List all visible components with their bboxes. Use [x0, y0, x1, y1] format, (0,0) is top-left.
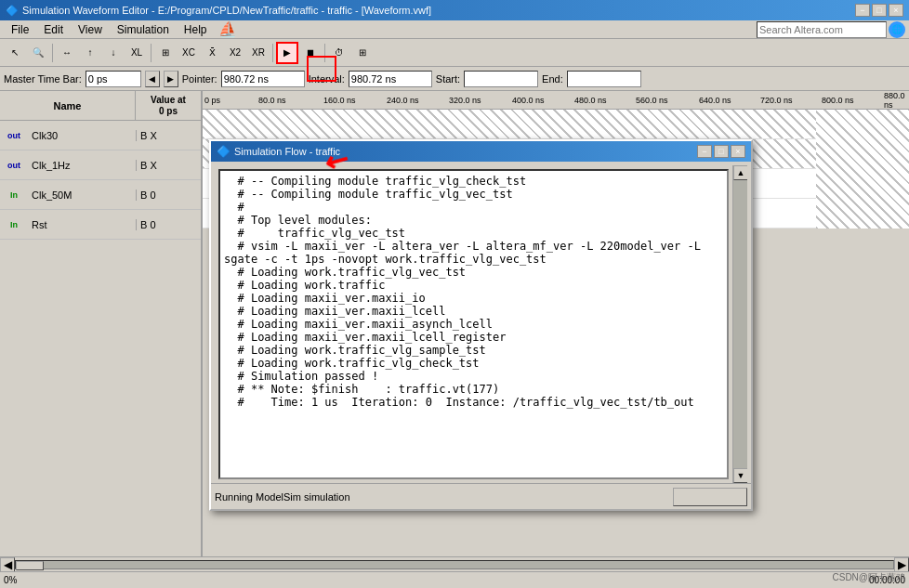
select-tool-btn[interactable]: ↖ — [4, 42, 26, 64]
progress-text: 0% — [4, 575, 17, 585]
signal-list: Name Value at0 ps out Clk30 B X out Clk_… — [0, 91, 203, 556]
app-icon: 🔷 — [6, 5, 19, 17]
signal-type-clk1hz: out — [0, 161, 28, 170]
dialog-title-bar: 🔷 Simulation Flow - traffic − □ × — [211, 141, 751, 162]
signal-row[interactable]: out Clk30 B X — [0, 121, 201, 150]
pointer-input[interactable] — [221, 71, 305, 87]
menu-file[interactable]: File — [4, 21, 36, 38]
dialog-restore-btn[interactable]: □ — [714, 145, 729, 158]
signal-name-clk50m: Clk_50M — [28, 189, 136, 201]
toolbar-sep-1 — [52, 44, 53, 62]
time-prev-btn[interactable]: ◀ — [145, 71, 160, 87]
interval-label: Interval: — [309, 73, 345, 85]
signal-name-clk1hz: Clk_1Hz — [28, 160, 136, 171]
toolbar-sep-2 — [151, 44, 152, 62]
toolbar-sep-3 — [272, 44, 273, 62]
tick-80: 80.0 ns — [258, 96, 286, 105]
header-name: Name — [0, 91, 136, 120]
signal-name-clk30: Clk30 — [28, 130, 136, 141]
toolbar: ↖ 🔍 ↔ ↑ ↓ XL ⊞ XC X̄ X2 XR ▶ ⏹ ⏱ ⊞ — [0, 39, 909, 67]
btn-3[interactable]: ↓ — [102, 42, 125, 64]
vscroll-down-btn[interactable]: ▼ — [733, 468, 747, 483]
signal-type-rst: In — [0, 220, 28, 229]
scrollbar-thumb[interactable] — [16, 561, 44, 570]
dialog-body: # -- Compiling module traffic_vlg_check_… — [215, 165, 747, 483]
zoom-in-btn[interactable]: 🔍 — [27, 42, 49, 64]
simulation-flow-dialog: 🔷 Simulation Flow - traffic − □ × # -- C… — [209, 139, 753, 511]
globe-icon[interactable]: 🌐 — [889, 21, 905, 38]
signal-value-clk30: B X — [136, 130, 201, 141]
tick-640: 640.0 ns — [699, 96, 731, 105]
tick-160: 160.0 ns — [323, 96, 356, 105]
start-input[interactable] — [464, 71, 538, 87]
window-controls: − □ × — [855, 4, 903, 17]
dialog-content[interactable]: # -- Compiling module traffic_vlg_check_… — [218, 169, 729, 479]
dialog-text: # -- Compiling module traffic_vlg_check_… — [224, 175, 723, 409]
dialog-cancel-btn[interactable] — [673, 488, 747, 506]
timeline: 0 ps 80.0 ns 160.0 ns 240.0 ns 320.0 ns … — [203, 91, 909, 110]
signal-value-clk1hz: B X — [136, 160, 201, 171]
clock-btn[interactable]: ⏱ — [328, 42, 350, 64]
end-label: End: — [542, 73, 563, 85]
menu-edit[interactable]: Edit — [36, 21, 71, 38]
interval-input[interactable] — [349, 71, 432, 87]
toolbar-sep-4 — [324, 44, 325, 62]
dialog-title: Simulation Flow - traffic — [234, 146, 695, 157]
grid-btn[interactable]: ⊞ — [351, 42, 374, 64]
signal-type-clk30: out — [0, 131, 28, 140]
search-input[interactable] — [757, 21, 887, 38]
scrollbar-track[interactable] — [15, 560, 894, 569]
dialog-close-btn[interactable]: × — [731, 145, 745, 158]
maximize-button[interactable]: □ — [872, 4, 887, 17]
dialog-status-text: Running ModelSim simulation — [215, 491, 673, 503]
waveform-clk30 — [203, 110, 909, 139]
menu-view[interactable]: View — [71, 21, 110, 38]
btn-7[interactable]: X̄ — [201, 42, 223, 64]
vscroll-up-btn[interactable]: ▲ — [733, 165, 747, 180]
dialog-status-bar: Running ModelSim simulation — [211, 483, 751, 509]
signal-name-rst: Rst — [28, 219, 136, 230]
menu-simulation[interactable]: Simulation — [110, 21, 177, 38]
title-bar: 🔷 Simulation Waveform Editor - E:/Progra… — [0, 0, 909, 20]
btn-4[interactable]: XL — [125, 42, 148, 64]
dialog-vscroll: ▲ ▼ — [732, 165, 747, 483]
btn-6[interactable]: XC — [178, 42, 200, 64]
tick-400: 400.0 ns — [512, 96, 545, 105]
tick-320: 320.0 ns — [449, 96, 481, 105]
master-time-input[interactable] — [86, 71, 141, 87]
end-input[interactable] — [567, 71, 641, 87]
status-bar: 0% 00:00:00 — [0, 571, 909, 588]
altera-logo: ⛵ — [218, 20, 237, 38]
btn-8[interactable]: X2 — [224, 42, 246, 64]
tick-560: 560.0 ns — [636, 96, 668, 105]
master-time-label: Master Time Bar: — [4, 73, 82, 85]
signal-row[interactable]: out Clk_1Hz B X — [0, 150, 201, 180]
simulate-btn[interactable]: ▶ — [276, 42, 298, 64]
tick-480: 480.0 ns — [574, 96, 607, 105]
time-next-btn[interactable]: ▶ — [164, 71, 178, 87]
tick-880: 880.0 ns — [884, 91, 909, 110]
signal-value-rst: B 0 — [136, 219, 201, 230]
signal-type-clk50m: In — [0, 190, 28, 200]
btn-5[interactable]: ⊞ — [154, 42, 177, 64]
pointer-label: Pointer: — [182, 73, 217, 85]
minimize-button[interactable]: − — [855, 4, 870, 17]
signal-row[interactable]: In Rst B 0 — [0, 210, 201, 240]
tick-240: 240.0 ns — [387, 96, 419, 105]
vscroll-track[interactable] — [733, 180, 747, 468]
stop-btn[interactable]: ⏹ — [299, 42, 322, 64]
menu-bar: File Edit View Simulation Help ⛵ 🌐 — [0, 20, 909, 39]
dialog-icon: 🔷 — [217, 145, 231, 158]
btn-2[interactable]: ↑ — [79, 42, 101, 64]
scroll-right-btn[interactable]: ▶ — [894, 557, 909, 572]
dialog-minimize-btn[interactable]: − — [697, 145, 712, 158]
signal-row[interactable]: In Clk_50M B 0 — [0, 180, 201, 210]
btn-9[interactable]: XR — [247, 42, 270, 64]
menu-help[interactable]: Help — [177, 21, 215, 38]
signal-value-clk50m: B 0 — [136, 189, 201, 201]
btn-1[interactable]: ↔ — [56, 42, 78, 64]
close-button[interactable]: × — [889, 4, 903, 17]
search-bar: 🌐 — [757, 21, 905, 38]
scroll-left-btn[interactable]: ◀ — [0, 557, 15, 572]
waveform-hatch-right — [816, 110, 909, 229]
